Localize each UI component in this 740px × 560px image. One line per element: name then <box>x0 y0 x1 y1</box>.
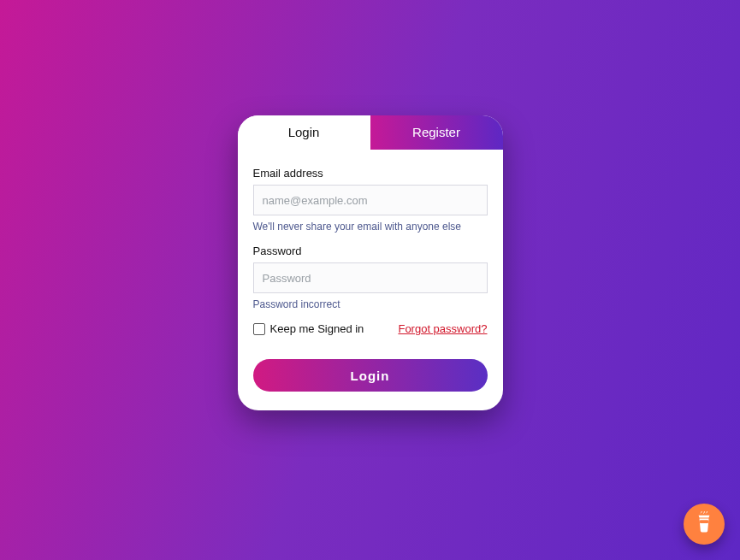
email-label: Email address <box>253 167 488 180</box>
options-row: Keep me Signed in Forgot password? <box>253 322 488 335</box>
email-helper: We'll never share your email with anyone… <box>253 221 488 233</box>
keep-signed-wrap[interactable]: Keep me Signed in <box>253 322 364 335</box>
password-group: Password Password incorrect <box>253 245 488 310</box>
password-field[interactable] <box>253 262 488 293</box>
buy-me-a-coffee-button[interactable] <box>684 504 725 545</box>
tabs: Login Register <box>238 115 503 150</box>
email-group: Email address We'll never share your ema… <box>253 167 488 233</box>
svg-rect-0 <box>700 520 708 523</box>
login-button[interactable]: Login <box>253 359 488 392</box>
email-field[interactable] <box>253 185 488 215</box>
login-form: Email address We'll never share your ema… <box>238 150 503 410</box>
forgot-password-link[interactable]: Forgot password? <box>398 322 487 335</box>
keep-signed-checkbox[interactable] <box>253 323 265 335</box>
keep-signed-label: Keep me Signed in <box>270 322 364 335</box>
coffee-cup-icon <box>695 511 713 537</box>
password-helper: Password incorrect <box>253 298 488 310</box>
tab-register[interactable]: Register <box>370 115 503 150</box>
tab-login[interactable]: Login <box>238 115 370 150</box>
login-card: Login Register Email address We'll never… <box>238 115 503 410</box>
password-label: Password <box>253 245 488 257</box>
